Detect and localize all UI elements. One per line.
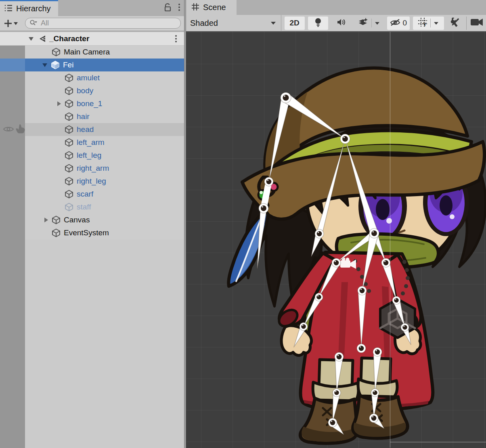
kebab-menu-icon[interactable] xyxy=(174,34,178,45)
hierarchy-item-head[interactable]: head xyxy=(25,123,184,136)
bone-joint[interactable] xyxy=(371,389,379,397)
foldout-expanded-icon[interactable] xyxy=(40,59,50,71)
grid-axis-icon: Y xyxy=(418,17,427,29)
gameobject-cube-icon xyxy=(64,136,74,149)
bone-joint[interactable] xyxy=(335,352,344,361)
hierarchy-item-right_leg[interactable]: right_leg xyxy=(25,175,184,188)
scene-tab-label: Scene xyxy=(203,3,226,12)
gameobject-cube-icon xyxy=(64,149,74,162)
hierarchy-item-canvas[interactable]: Canvas xyxy=(25,214,184,226)
scene-tools-button[interactable] xyxy=(446,17,464,30)
hierarchy-item-right_arm[interactable]: right_arm xyxy=(25,162,184,175)
light-bulb-icon xyxy=(314,17,322,29)
item-label: hair xyxy=(77,112,90,121)
visibility-eye-icon[interactable] xyxy=(3,125,14,135)
scene-viewport[interactable] xyxy=(186,31,486,448)
bone-joint[interactable] xyxy=(259,203,268,213)
search-input[interactable] xyxy=(40,19,163,28)
hierarchy-item-eventsystem[interactable]: EventSystem xyxy=(25,226,184,239)
foldout-spacer xyxy=(53,149,64,162)
bone-joint[interactable] xyxy=(281,92,291,103)
search-icon xyxy=(29,19,38,28)
gameobject-cube-icon xyxy=(51,214,61,226)
effects-dropdown-button[interactable] xyxy=(354,17,383,30)
gameobject-cube-icon xyxy=(64,162,74,175)
bone-joint[interactable] xyxy=(401,323,409,331)
hierarchy-item-staff[interactable]: staff xyxy=(25,201,184,214)
hierarchy-item-left_leg[interactable]: left_leg xyxy=(25,149,184,162)
bone-joint[interactable] xyxy=(340,134,350,144)
hidden-count-label: 0 xyxy=(402,19,407,27)
hierarchy-item-bone_1[interactable]: bone_1 xyxy=(25,97,184,110)
scene-camera-button[interactable] xyxy=(468,17,486,30)
hierarchy-item-hair[interactable]: hair xyxy=(25,110,184,123)
item-label: amulet xyxy=(77,73,100,82)
foldout-spacer xyxy=(53,71,64,84)
gameobject-cube-icon xyxy=(64,110,74,123)
foldout-spacer xyxy=(53,136,64,149)
hierarchy-toolbar xyxy=(0,16,184,31)
bone-joint[interactable] xyxy=(357,344,366,353)
scene-header-row[interactable]: _Character xyxy=(0,32,184,46)
bone-joint[interactable] xyxy=(300,322,308,331)
shading-mode-dropdown[interactable]: Shaded xyxy=(186,15,281,31)
dropdown-arrow-icon xyxy=(270,21,276,25)
foldout-spacer xyxy=(53,162,64,175)
gameobject-cube-icon xyxy=(64,188,74,201)
bone-joint[interactable] xyxy=(333,389,341,397)
dropdown-arrow-icon xyxy=(375,21,380,25)
bone-joint[interactable] xyxy=(358,286,367,295)
gameobject-cube-icon xyxy=(64,71,74,84)
item-label: Canvas xyxy=(64,216,90,224)
bone-joint[interactable] xyxy=(373,348,382,356)
bone-joint[interactable] xyxy=(328,418,337,427)
audio-toggle-button[interactable] xyxy=(331,17,352,30)
unity-logo-icon xyxy=(36,32,47,45)
bone-joint[interactable] xyxy=(315,293,323,301)
tab-scene[interactable]: Scene xyxy=(186,0,237,15)
foldout-spacer xyxy=(40,226,51,239)
lighting-toggle-button[interactable] xyxy=(308,17,328,30)
hierarchy-item-main camera[interactable]: Main Camera xyxy=(25,46,184,59)
bone-joint[interactable] xyxy=(381,258,390,267)
prefab-cube-icon xyxy=(50,59,61,71)
hierarchy-item-amulet[interactable]: amulet xyxy=(25,71,184,84)
item-label: left_leg xyxy=(77,151,101,160)
bone-joint[interactable] xyxy=(264,177,273,186)
bone-joint[interactable] xyxy=(315,229,324,238)
toggle-2d-button[interactable]: 2D xyxy=(285,17,305,30)
foldout-collapsed-icon[interactable] xyxy=(40,214,51,226)
grid-settings-button[interactable]: Y xyxy=(413,17,444,30)
gameobject-cube-icon xyxy=(64,97,74,110)
hierarchy-item-body[interactable]: body xyxy=(25,84,184,97)
picking-hand-icon[interactable] xyxy=(15,124,26,136)
camera-icon xyxy=(470,17,484,29)
foldout-spacer xyxy=(40,46,51,59)
gameobject-cube-icon xyxy=(51,226,61,239)
kebab-menu-icon[interactable] xyxy=(178,3,181,13)
item-label: left_arm xyxy=(77,138,105,147)
bone-joint[interactable] xyxy=(369,228,379,238)
search-field[interactable] xyxy=(25,18,181,29)
item-label: bone_1 xyxy=(77,99,102,108)
item-label: EventSystem xyxy=(64,228,109,237)
foldout-expanded-icon[interactable] xyxy=(26,32,36,45)
foldout-collapsed-icon[interactable] xyxy=(53,97,64,110)
bone-joint[interactable] xyxy=(392,296,400,304)
hierarchy-item-fei[interactable]: Fei xyxy=(0,59,184,71)
bone-joint[interactable] xyxy=(332,258,341,267)
unlock-icon[interactable] xyxy=(164,3,172,13)
dropdown-arrow-icon xyxy=(434,21,439,25)
foldout-spacer xyxy=(53,110,64,123)
scene-panel: Scene Shaded 2D xyxy=(186,0,486,448)
hierarchy-item-scarf[interactable]: scarf xyxy=(25,188,184,201)
foldout-spacer xyxy=(53,201,64,214)
hidden-objects-button[interactable]: 0 xyxy=(387,17,410,30)
hierarchy-item-left_arm[interactable]: left_arm xyxy=(25,136,184,149)
hierarchy-rows: _Character Main Camera Fei amulet body b… xyxy=(0,32,184,239)
foldout-spacer xyxy=(53,175,64,188)
scene-canvas[interactable] xyxy=(186,31,486,448)
bone-joint[interactable] xyxy=(369,414,378,423)
character-sprite-fei[interactable] xyxy=(228,68,486,444)
scene-toolbar: Shaded 2D xyxy=(186,15,486,31)
